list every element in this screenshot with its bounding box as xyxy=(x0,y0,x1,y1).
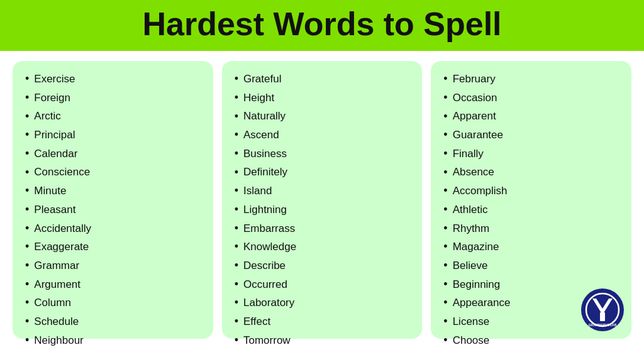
list-item: Choose xyxy=(443,331,619,350)
list-item: Occasion xyxy=(443,89,619,107)
list-item: Schedule xyxy=(25,312,201,331)
list-item: Exercise xyxy=(25,70,201,89)
word-card-3: FebruaryOccasionApparentGuaranteeFinally… xyxy=(431,61,631,339)
list-item: Apparent xyxy=(443,107,619,126)
list-item: Lightning xyxy=(235,200,410,219)
list-item: Guarantee xyxy=(443,126,619,145)
list-item: Accidentally xyxy=(25,219,201,238)
word-card-1: ExerciseForeignArcticPrincipalCalendarCo… xyxy=(13,61,213,339)
list-item: Ascend xyxy=(235,126,410,145)
list-item: Magazine xyxy=(443,238,619,256)
list-item: Accomplish xyxy=(443,182,619,200)
list-item: Embarrass xyxy=(235,219,410,238)
list-item: Laboratory xyxy=(235,293,410,312)
list-item: February xyxy=(443,70,619,89)
header-banner: Hardest Words to Spell xyxy=(0,0,644,51)
svg-rect-2 xyxy=(600,312,605,321)
list-item: Calendar xyxy=(25,145,201,163)
list-item: Exaggerate xyxy=(25,238,201,256)
list-item: Definitely xyxy=(235,163,410,182)
list-item: Principal xyxy=(25,126,201,145)
list-item: Grammar xyxy=(25,256,201,275)
word-list-2: GratefulHeightNaturallyAscendBusinessDef… xyxy=(235,70,410,349)
svg-text:GRAMMARVOCAB: GRAMMARVOCAB xyxy=(589,323,617,327)
list-item: Effect xyxy=(235,312,410,331)
list-item: Occurred xyxy=(235,275,410,294)
logo-badge: GRAMMARVOCAB xyxy=(581,288,624,331)
list-item: Naturally xyxy=(235,107,410,126)
list-item: Conscience xyxy=(25,163,201,182)
list-item: Argument xyxy=(25,275,201,294)
list-item: Grateful xyxy=(235,70,410,89)
list-item: Column xyxy=(25,293,201,312)
list-item: Absence xyxy=(443,163,619,182)
page-title: Hardest Words to Spell xyxy=(13,6,631,42)
list-item: Finally xyxy=(443,145,619,163)
list-item: Neighbour xyxy=(25,331,201,350)
list-item: Pleasant xyxy=(25,200,201,219)
word-list-1: ExerciseForeignArcticPrincipalCalendarCo… xyxy=(25,70,201,349)
content-area: ExerciseForeignArcticPrincipalCalendarCo… xyxy=(0,51,644,349)
logo-circle: GRAMMARVOCAB xyxy=(581,288,624,331)
list-item: Foreign xyxy=(25,89,201,107)
list-item: Knowledge xyxy=(235,238,410,256)
list-item: Island xyxy=(235,182,410,200)
list-item: Minute xyxy=(25,182,201,200)
list-item: Tomorrow xyxy=(235,331,410,350)
list-item: Believe xyxy=(443,256,619,275)
list-item: Business xyxy=(235,145,410,163)
page-wrapper: Hardest Words to Spell ExerciseForeignAr… xyxy=(0,0,644,349)
word-card-2: GratefulHeightNaturallyAscendBusinessDef… xyxy=(222,61,423,339)
list-item: Height xyxy=(235,89,410,107)
list-item: Arctic xyxy=(25,107,201,126)
list-item: Rhythm xyxy=(443,219,619,238)
list-item: Athletic xyxy=(443,200,619,219)
list-item: Describe xyxy=(235,256,410,275)
